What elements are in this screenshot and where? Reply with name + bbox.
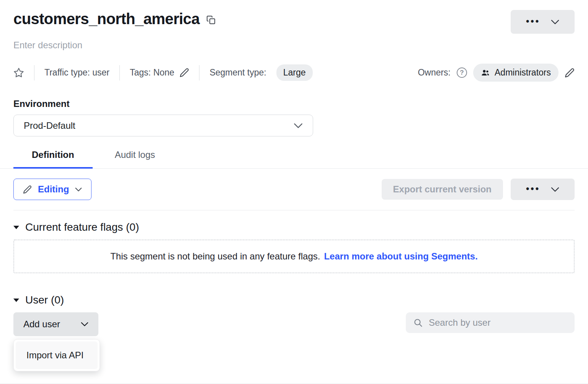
segment-type-label: Segment type: [209,67,266,78]
learn-more-link[interactable]: Learn more about using Segments. [324,251,477,262]
user-section-toggle[interactable]: User (0) [13,294,575,306]
header-more-menu-button[interactable]: ••• [511,10,575,34]
meta-row: Traffic type: user Tags: None Segment ty… [13,64,575,82]
editing-mode-button[interactable]: Editing [13,179,91,200]
search-by-user-input[interactable] [428,317,567,328]
tags-label: Tags: None [130,67,174,78]
add-user-dropdown-menu: Import via API [13,339,100,371]
environment-select[interactable]: Prod-Default [13,115,313,136]
definition-toolbar: Editing Export current version ••• [13,179,575,200]
tab-audit-logs[interactable]: Audit logs [96,149,173,169]
segment-type-badge: Large [276,64,313,81]
add-user-label: Add user [23,319,60,330]
search-icon [413,318,423,327]
triangle-down-icon [13,226,19,229]
toolbar-more-menu-button[interactable]: ••• [511,179,575,200]
environment-label: Environment [13,98,575,109]
feature-flags-empty-state: This segment is not being used in any fe… [13,240,575,273]
people-icon [481,68,490,77]
help-icon[interactable]: ? [457,67,467,78]
page-title: customers_north_america [13,10,199,28]
header: customers_north_america ••• [13,10,575,34]
chevron-down-icon [551,20,559,25]
edit-owners-icon[interactable] [565,68,575,78]
ellipsis-icon: ••• [526,184,540,193]
empty-state-text: This segment is not being used in any fe… [110,251,320,262]
feature-flags-heading: Current feature flags (0) [25,221,139,233]
edit-tags-icon[interactable] [180,68,189,77]
owners-pill[interactable]: Administrators [473,64,559,82]
chevron-down-icon [551,187,559,192]
copy-icon[interactable] [206,15,216,25]
divider [199,65,199,80]
menu-item-import-via-api[interactable]: Import via API [16,341,98,369]
user-controls-row: Add user Import via API [13,312,575,336]
owners-value: Administrators [495,67,551,78]
divider [119,65,120,80]
user-section-heading: User (0) [25,294,64,306]
chevron-down-icon [75,187,82,192]
add-user-button[interactable]: Add user [13,312,98,336]
divider [13,210,575,210]
triangle-down-icon [13,299,19,302]
user-search[interactable] [406,312,575,333]
description-input[interactable]: Enter description [13,40,575,51]
chevron-down-icon [294,123,303,128]
pencil-icon [23,185,32,194]
tab-definition[interactable]: Definition [13,149,93,169]
chevron-down-icon [81,322,88,327]
feature-flags-section-toggle[interactable]: Current feature flags (0) [13,221,575,233]
editing-label: Editing [38,184,69,195]
environment-selected-value: Prod-Default [24,120,75,131]
tab-bar: Definition Audit logs [0,149,588,169]
owners-label: Owners: [418,67,451,78]
divider [34,65,34,80]
traffic-type-label: Traffic type: user [44,67,109,78]
star-icon[interactable] [13,67,24,78]
ellipsis-icon: ••• [526,16,540,26]
export-current-version-button[interactable]: Export current version [382,179,503,200]
segment-detail-page: customers_north_america ••• Enter descri… [0,0,588,384]
